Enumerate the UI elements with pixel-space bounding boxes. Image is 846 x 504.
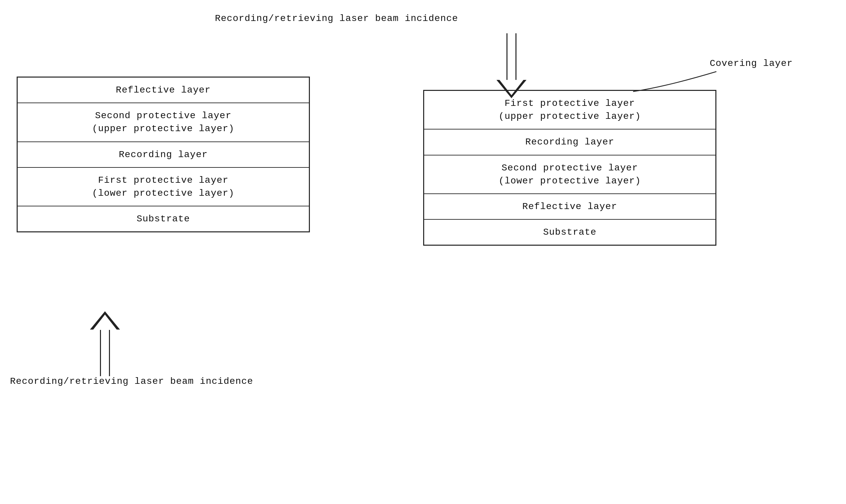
right-arrow xyxy=(497,33,526,98)
left-layer-stack: Reflective layer Second protective layer… xyxy=(17,76,310,232)
right-title-label: Recording/retrieving laser beam incidenc… xyxy=(215,13,458,24)
left-layer-second-protective: Second protective layer(upper protective… xyxy=(18,103,309,142)
right-layer-reflective: Reflective layer xyxy=(424,194,715,220)
left-arrow-label: Recording/retrieving laser beam incidenc… xyxy=(10,376,253,386)
right-layer-recording: Recording layer xyxy=(424,129,715,155)
left-arrow-head xyxy=(90,311,120,329)
left-arrow-shaft xyxy=(100,329,110,376)
right-diagram: First protective layer(upper protective … xyxy=(423,90,716,246)
left-arrow xyxy=(90,311,120,376)
left-layer-substrate: Substrate xyxy=(18,206,309,231)
left-layer-recording: Recording layer xyxy=(18,142,309,168)
covering-layer-label: Covering layer xyxy=(710,58,793,69)
right-layer-substrate: Substrate xyxy=(424,220,715,245)
annotation-svg xyxy=(0,0,846,504)
left-layer-reflective: Reflective layer xyxy=(18,77,309,103)
right-layer-first-protective: First protective layer(upper protective … xyxy=(424,91,715,129)
left-diagram: Reflective layer Second protective layer… xyxy=(17,76,310,232)
diagram-container: Reflective layer Second protective layer… xyxy=(0,0,846,504)
left-arrow-head-inner xyxy=(93,314,117,330)
right-arrow-shaft xyxy=(506,33,516,80)
right-layer-stack: First protective layer(upper protective … xyxy=(423,90,716,246)
left-layer-first-protective: First protective layer(lower protective … xyxy=(18,168,309,206)
right-layer-second-protective: Second protective layer(lower protective… xyxy=(424,156,715,194)
